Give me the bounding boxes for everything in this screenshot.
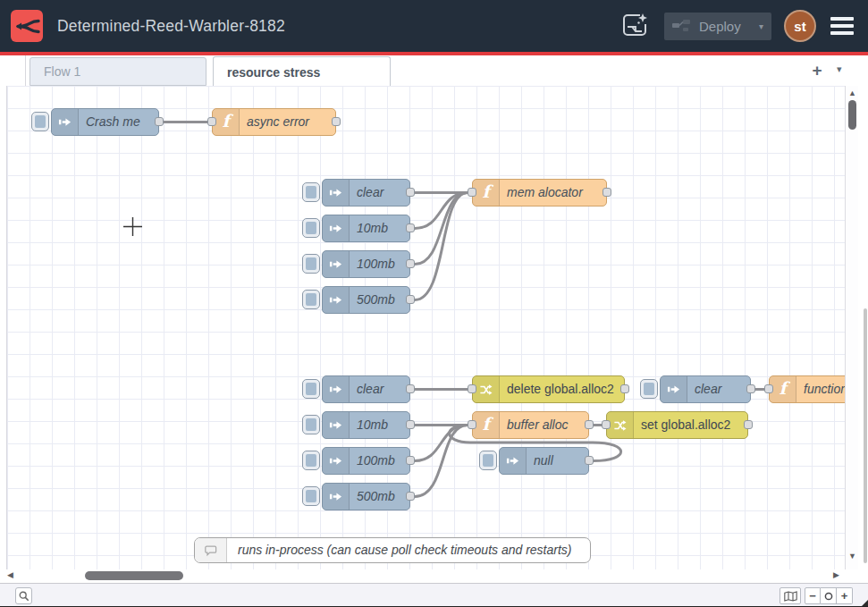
node-label: 10mb <box>357 412 402 438</box>
flow-list-chevron-icon[interactable]: ▾ <box>837 63 842 75</box>
inject-icon <box>500 448 527 474</box>
node-inject-crash-me[interactable]: Crash me <box>51 108 159 136</box>
output-port[interactable] <box>585 456 594 465</box>
tab-resource-stress-label: resource stress <box>227 65 320 80</box>
minimap-button[interactable] <box>780 587 801 604</box>
node-label: Crash me <box>86 109 151 135</box>
inject-trigger-button[interactable] <box>640 379 658 399</box>
output-port[interactable] <box>332 117 341 126</box>
vertical-scrollbar[interactable]: ▲ ▼ <box>845 86 858 569</box>
node-red-editor: Determined-Reed-Warbler-8182 Deploy <box>0 0 868 607</box>
node-label: clear <box>357 180 402 206</box>
node-comment-runs-in-process[interactable]: runs in-process (can cause poll check ti… <box>194 537 591 563</box>
output-port[interactable] <box>406 259 415 268</box>
window-resize-grip[interactable] <box>861 600 868 607</box>
output-port[interactable] <box>585 420 594 429</box>
inject-trigger-button[interactable] <box>302 451 320 470</box>
node-inject-100mb-alloc[interactable]: 100mb <box>322 447 410 475</box>
search-button[interactable] <box>15 587 32 604</box>
node-inject-10mb-mem[interactable]: 10mb <box>322 215 410 242</box>
output-port[interactable] <box>406 492 415 501</box>
node-label: 500mb <box>357 287 402 313</box>
node-function-mem-alocator[interactable]: f mem alocator <box>472 179 607 207</box>
tab-flow-1[interactable]: Flow 1 <box>29 57 206 86</box>
inject-icon <box>323 412 350 438</box>
output-port[interactable] <box>620 384 629 393</box>
deploy-options-chevron-icon[interactable]: ▾ <box>759 21 763 31</box>
input-port[interactable] <box>602 420 611 429</box>
inject-trigger-button[interactable] <box>302 415 320 434</box>
node-inject-clear-alloc[interactable]: clear <box>322 375 410 403</box>
tab-resource-stress[interactable]: resource stress <box>213 56 391 87</box>
input-port[interactable] <box>468 420 476 429</box>
node-change-set-global-alloc2[interactable]: set global.alloc2 <box>606 411 748 439</box>
inject-trigger-button[interactable] <box>302 182 320 202</box>
node-label: buffer alloc <box>507 412 581 438</box>
header-bar: Determined-Reed-Warbler-8182 Deploy <box>0 0 868 52</box>
tab-scroll-gutter <box>0 55 26 86</box>
node-inject-500mb-alloc[interactable]: 500mb <box>322 483 410 510</box>
scroll-up-icon[interactable]: ▲ <box>846 89 859 97</box>
assistant-icon[interactable] <box>618 10 652 42</box>
node-change-delete-global-alloc2[interactable]: delete global.alloc2 <box>472 375 625 403</box>
input-port[interactable] <box>468 384 476 393</box>
node-label: function <box>804 376 845 402</box>
scroll-left-icon[interactable]: ◀ <box>7 570 13 579</box>
output-port[interactable] <box>744 420 753 429</box>
comment-text: runs in-process (can cause poll check ti… <box>238 538 583 562</box>
inject-trigger-button[interactable] <box>302 254 320 274</box>
output-port[interactable] <box>155 117 164 126</box>
inject-trigger-button[interactable] <box>302 486 320 506</box>
vertical-scroll-thumb[interactable] <box>848 100 856 130</box>
input-port[interactable] <box>764 384 773 393</box>
node-inject-500mb-mem[interactable]: 500mb <box>322 286 410 314</box>
deploy-nodes-icon <box>672 19 692 33</box>
main-menu-icon[interactable] <box>829 13 855 38</box>
zoom-out-button[interactable]: − <box>805 587 821 604</box>
node-inject-clear-function[interactable]: clear <box>660 375 751 403</box>
input-port[interactable] <box>468 188 476 197</box>
inject-trigger-button[interactable] <box>302 379 320 399</box>
change-icon <box>473 376 500 402</box>
browser-scrollbar-thumb[interactable] <box>864 308 867 563</box>
output-port[interactable] <box>406 420 415 429</box>
inject-icon <box>323 251 350 277</box>
node-label: clear <box>357 376 402 402</box>
output-port[interactable] <box>746 384 755 393</box>
zoom-reset-button[interactable] <box>821 587 837 604</box>
zoom-in-button[interactable]: + <box>837 587 853 604</box>
scroll-right-icon[interactable]: ▶ <box>833 570 839 579</box>
horizontal-scroll-thumb[interactable] <box>85 571 183 580</box>
inject-icon <box>661 376 687 402</box>
node-label: 500mb <box>357 484 402 510</box>
output-port[interactable] <box>406 384 415 393</box>
output-port[interactable] <box>406 188 415 197</box>
output-port[interactable] <box>406 295 415 304</box>
inject-trigger-button[interactable] <box>479 451 497 470</box>
zoom-reset-icon <box>824 592 833 601</box>
node-function-buffer-alloc[interactable]: f buffer alloc <box>472 411 589 439</box>
node-inject-100mb-mem[interactable]: 100mb <box>322 250 410 278</box>
node-label: 100mb <box>357 251 402 277</box>
node-inject-null[interactable]: null <box>499 447 589 475</box>
add-flow-button[interactable]: + <box>807 61 827 80</box>
node-inject-clear-mem[interactable]: clear <box>322 179 410 207</box>
flow-canvas[interactable]: Crash me f async error clear 10mb <box>7 86 845 569</box>
inject-trigger-button[interactable] <box>302 218 320 238</box>
flowfuse-logo-icon <box>11 10 43 42</box>
user-avatar[interactable]: st <box>784 10 816 42</box>
inject-trigger-button[interactable] <box>31 112 49 131</box>
inject-trigger-button[interactable] <box>302 290 320 309</box>
comment-icon <box>195 538 227 562</box>
horizontal-scrollbar[interactable]: ◀ ▶ <box>0 569 858 583</box>
input-port[interactable] <box>207 117 216 126</box>
output-port[interactable] <box>406 456 415 465</box>
output-port[interactable] <box>603 188 611 197</box>
node-label: set global.alloc2 <box>641 412 740 438</box>
node-inject-10mb-alloc[interactable]: 10mb <box>322 411 410 439</box>
scroll-down-icon[interactable]: ▼ <box>846 552 859 561</box>
node-function-async-error[interactable]: f async error <box>212 108 336 136</box>
output-port[interactable] <box>406 223 415 232</box>
node-function-function[interactable]: f function <box>769 375 845 403</box>
deploy-button[interactable]: Deploy ▾ <box>664 13 771 40</box>
